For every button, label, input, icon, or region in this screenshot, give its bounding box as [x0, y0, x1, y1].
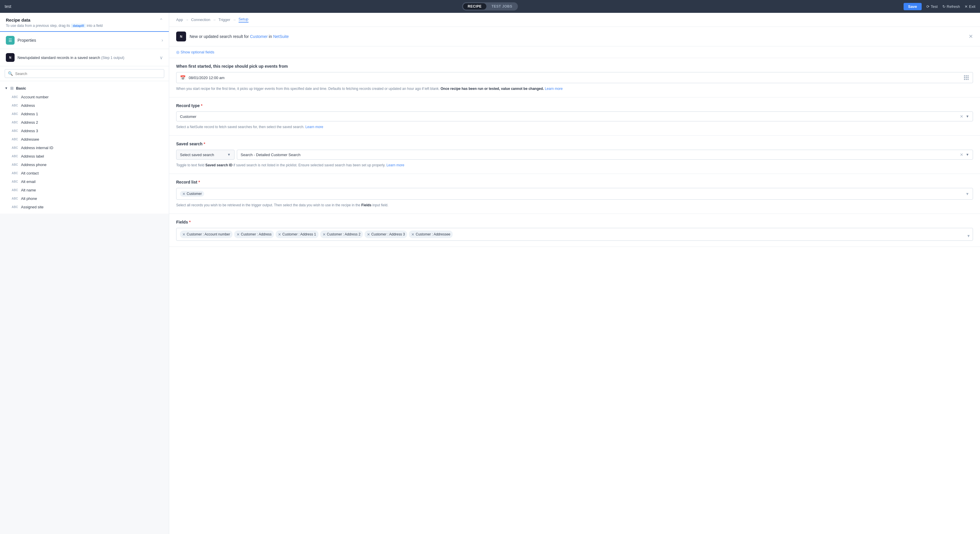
tab-recipe[interactable]: RECIPE: [463, 3, 487, 10]
record-list-tags-field[interactable]: ✕ Customer ▼: [176, 188, 973, 199]
list-item[interactable]: ABC Address 2: [0, 118, 169, 127]
type-icon: ABC: [12, 104, 19, 107]
list-item[interactable]: ABC Address 1: [0, 110, 169, 118]
list-item[interactable]: ABC Alt email: [0, 177, 169, 186]
grid-picker-button[interactable]: [963, 75, 969, 81]
field-tag-remove[interactable]: ✕: [182, 232, 186, 237]
show-optional-fields-button[interactable]: ◎ Show optional fields: [176, 50, 973, 54]
saved-search-mode-select[interactable]: Select saved search ▼: [176, 150, 234, 159]
list-item[interactable]: ABC Alt contact: [0, 169, 169, 177]
saved-search-label: Saved search *: [176, 142, 973, 146]
right-panel: App → Connection → Trigger → Setup N New…: [169, 13, 980, 534]
list-item[interactable]: ABC Alt name: [0, 186, 169, 194]
step-badge: (Step 1 output): [101, 56, 124, 60]
field-tag-remove[interactable]: ✕: [411, 232, 414, 237]
fields-section: Fields * ✕ Customer : Account number ✕ C…: [169, 214, 980, 247]
trigger-title: New or updated search result for Custome…: [189, 34, 289, 39]
required-marker: *: [198, 180, 200, 185]
record-type-label: Record type *: [176, 103, 973, 108]
select-actions: ✕ ▼: [960, 114, 969, 119]
close-trigger-button[interactable]: ✕: [969, 34, 973, 39]
recipe-data-header: Recipe data To use data from a previous …: [0, 13, 169, 32]
field-tag-address3: ✕ Customer : Address 3: [364, 231, 407, 238]
breadcrumb-setup[interactable]: Setup: [239, 17, 248, 22]
eye-icon: ◎: [176, 50, 180, 54]
tab-toggle-group: RECIPE TEST JOBS: [462, 2, 518, 11]
search-container: 🔍: [0, 66, 169, 81]
section-basic-header[interactable]: ▼ ⊞ Basic: [0, 83, 169, 93]
step-row[interactable]: N New/updated standard records in a save…: [0, 49, 169, 66]
saved-search-actions: ✕ ▼: [960, 152, 969, 157]
list-item[interactable]: ABC Alt phone: [0, 194, 169, 203]
list-item[interactable]: ABC Assigned site: [0, 203, 169, 211]
properties-row[interactable]: ☰ Properties ›: [0, 32, 169, 49]
breadcrumb-connection[interactable]: Connection: [191, 18, 210, 22]
datapill-highlight: datapill: [71, 24, 86, 28]
record-type-select[interactable]: Customer ✕ ▼: [176, 112, 973, 121]
list-item[interactable]: ABC Address internal ID: [0, 143, 169, 152]
type-icon: ABC: [12, 188, 19, 192]
saved-search-row: Select saved search ▼ Search - Detailed …: [176, 150, 973, 159]
list-item[interactable]: ABC Address: [0, 101, 169, 110]
field-tag-remove[interactable]: ✕: [278, 232, 281, 237]
list-icon: ☰: [8, 38, 12, 43]
grid-icon: ⊞: [10, 86, 14, 91]
refresh-icon: ↻: [942, 5, 946, 9]
when-first-started-learn-more[interactable]: Learn more: [545, 87, 563, 91]
field-tag-remove[interactable]: ✕: [367, 232, 370, 237]
tab-toggle: RECIPE TEST JOBS: [462, 2, 518, 11]
saved-search-learn-more[interactable]: Learn more: [387, 163, 404, 167]
tab-test-jobs[interactable]: TEST JOBS: [487, 3, 517, 10]
field-tag-address2: ✕ Customer : Address 2: [320, 231, 363, 238]
properties-label: Properties: [18, 38, 36, 43]
grid-dot: [966, 77, 967, 78]
saved-search-value-select[interactable]: Search - Detailed Customer Search ✕ ▼: [237, 150, 973, 159]
tags-expand-icon[interactable]: ▼: [966, 192, 969, 196]
when-first-started-label: When first started, this recipe should p…: [176, 64, 973, 69]
trigger-app-link[interactable]: NetSuite: [273, 34, 289, 39]
breadcrumb-app[interactable]: App: [176, 18, 183, 22]
date-field[interactable]: 📅 08/01/2020 12:00 am: [176, 72, 973, 83]
grid-dot: [967, 77, 969, 78]
navbar-actions: Save ⟳ Test ↻ Refresh ✕ Exit: [904, 3, 975, 10]
saved-search-mode-arrow: ▼: [227, 153, 231, 157]
list-item[interactable]: ABC Address label: [0, 152, 169, 161]
required-marker: *: [204, 142, 205, 146]
required-marker: *: [189, 220, 191, 225]
list-item[interactable]: ABC Addressee: [0, 135, 169, 143]
required-marker: *: [201, 103, 202, 108]
saved-search-expand-icon: ▼: [966, 153, 969, 157]
customer-tag-remove[interactable]: ✕: [182, 192, 186, 196]
trigger-record-link[interactable]: Customer: [250, 34, 268, 39]
grid-dot: [966, 75, 967, 77]
chevron-right-icon: ›: [162, 38, 163, 43]
fields-expand-icon[interactable]: ▼: [967, 234, 970, 238]
collapse-button[interactable]: ⌃: [159, 18, 163, 23]
type-icon: ABC: [12, 121, 19, 124]
field-tag-remove[interactable]: ✕: [323, 232, 326, 237]
type-icon: ABC: [12, 155, 19, 158]
refresh-button[interactable]: ↻ Refresh: [942, 5, 960, 9]
exit-button[interactable]: ✕ Exit: [964, 5, 975, 9]
left-panel: Recipe data To use data from a previous …: [0, 13, 169, 534]
record-type-learn-more[interactable]: Learn more: [305, 125, 323, 129]
fields-label: Fields *: [176, 220, 973, 225]
list-item[interactable]: ABC Account number: [0, 93, 169, 101]
breadcrumb-arrow-3: →: [233, 18, 236, 22]
app-title: test: [5, 4, 11, 9]
fields-tags-field[interactable]: ✕ Customer : Account number ✕ Customer :…: [176, 228, 973, 241]
breadcrumb-trigger[interactable]: Trigger: [218, 18, 231, 22]
search-input[interactable]: [15, 72, 161, 76]
grid-dot: [966, 79, 967, 80]
saved-search-clear-button[interactable]: ✕: [960, 152, 963, 157]
record-type-clear-button[interactable]: ✕: [960, 114, 963, 119]
save-button[interactable]: Save: [904, 3, 922, 10]
record-type-help: Select a NetSuite record to fetch saved …: [176, 124, 973, 129]
date-value: 08/01/2020 12:00 am: [189, 76, 961, 80]
list-item[interactable]: ABC Address 3: [0, 127, 169, 135]
chevron-down-icon: ∨: [159, 55, 163, 61]
field-tag-remove[interactable]: ✕: [237, 232, 240, 237]
list-item[interactable]: ABC Address phone: [0, 161, 169, 169]
test-button[interactable]: ⟳ Test: [926, 5, 938, 9]
optional-fields-row: ◎ Show optional fields: [169, 46, 980, 58]
